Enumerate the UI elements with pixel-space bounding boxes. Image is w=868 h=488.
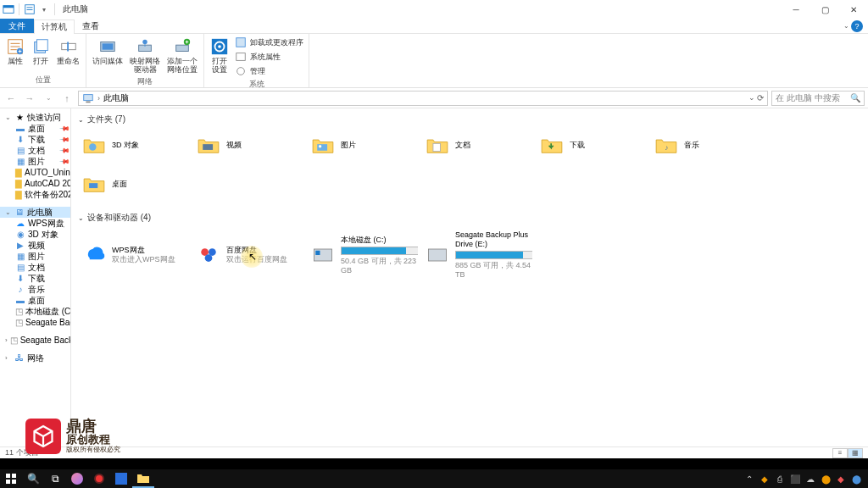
nav-up-icon[interactable]: ↑ <box>59 91 75 106</box>
ribbon-sysprops[interactable]: 系统属性 <box>233 50 305 64</box>
svg-rect-20 <box>236 38 246 47</box>
ribbon-group-location-label: 位置 <box>3 74 82 86</box>
sidebar-pictures[interactable]: ▦图片📌 <box>0 156 70 167</box>
group-folders-header[interactable]: ⌄文件夹 (7) <box>71 112 868 127</box>
folder-pictures[interactable]: 图片 <box>307 130 421 159</box>
taskbar-explorer[interactable] <box>132 469 154 488</box>
svg-rect-38 <box>6 474 10 478</box>
taskbar-taskview-icon[interactable]: ⧉ <box>44 469 66 488</box>
svg-rect-27 <box>317 144 327 151</box>
search-icon: 🔍 <box>850 93 860 103</box>
sidebar-quick-access[interactable]: ⌄★快速访问 <box>0 112 70 123</box>
sidebar-this-pc[interactable]: ⌄🖥此电脑 <box>0 207 70 218</box>
sidebar-downloads[interactable]: ⬇下载📌 <box>0 134 70 145</box>
taskbar-search-icon[interactable]: 🔍 <box>22 469 44 488</box>
taskbar[interactable]: 🔍 ⧉ ⌃ ◆ ⎙ ⬛ ☁ ⬤ ◆ ⬤ <box>0 469 868 488</box>
breadcrumb[interactable]: › 此电脑 ⌄⟳ <box>78 91 768 106</box>
sidebar-desk2[interactable]: ▬桌面 <box>0 295 70 306</box>
close-button[interactable]: ✕ <box>839 0 868 19</box>
qat-properties-icon[interactable] <box>24 3 36 15</box>
ribbon-collapse-icon[interactable]: ⌄ <box>843 22 849 30</box>
group-devices-header[interactable]: ⌄设备和驱动器 (4) <box>71 210 868 225</box>
tray-icon-4[interactable]: ☁ <box>805 474 815 484</box>
sidebar-desktop[interactable]: ▬桌面📌 <box>0 123 70 134</box>
sidebar-dl2[interactable]: ⬇下载 <box>0 273 70 284</box>
folder-videos[interactable]: 视频 <box>192 130 307 159</box>
maximize-button[interactable]: ▢ <box>810 0 839 19</box>
addr-dropdown-icon[interactable]: ⌄ <box>748 93 755 103</box>
sidebar-seagate2[interactable]: ›◳Seagate Backup Pl <box>0 335 70 346</box>
drive-baidu[interactable]: 百度网盘双击运行百度网盘 <box>192 229 307 281</box>
svg-point-14 <box>142 40 147 45</box>
ribbon-add-netloc[interactable]: 添加一个 网络位置 <box>164 36 200 75</box>
tab-view[interactable]: 查看 <box>75 19 107 33</box>
sidebar-music[interactable]: ♪音乐 <box>0 284 70 295</box>
svg-rect-23 <box>84 94 93 100</box>
svg-rect-10 <box>67 42 69 52</box>
ribbon-rename[interactable]: 重命名 <box>54 36 82 74</box>
folder-desktop[interactable]: 桌面 <box>78 169 192 198</box>
file-menu[interactable]: 文件 <box>0 19 34 33</box>
svg-rect-1 <box>3 6 14 8</box>
content-area[interactable]: ⌄文件夹 (7) 3D 对象 视频 图片 文档 下载 ♪音乐 桌面 ⌄设备和驱动… <box>71 108 868 446</box>
qat-dropdown-icon[interactable]: ▾ <box>38 3 50 15</box>
tray-icon-3[interactable]: ⬛ <box>790 474 800 484</box>
sidebar-pics2[interactable]: ▦图片 <box>0 251 70 262</box>
sidebar-network[interactable]: ›🖧网络 <box>0 352 70 363</box>
view-icons-button[interactable]: ▦ <box>848 448 863 458</box>
search-input[interactable]: 在 此电脑 中搜索 🔍 <box>771 91 865 106</box>
start-button[interactable] <box>0 469 22 488</box>
tray-icon-1[interactable]: ◆ <box>760 474 770 484</box>
tab-computer[interactable]: 计算机 <box>34 19 75 34</box>
sidebar-backup[interactable]: ▇软件备份2022.5 <box>0 189 70 200</box>
taskbar-record[interactable] <box>88 469 110 488</box>
view-details-button[interactable]: ≡ <box>832 448 848 458</box>
app-icon <box>3 3 14 15</box>
sidebar-autocad[interactable]: ▇AutoCAD 2022 <box>0 178 70 189</box>
folder-3d-objects[interactable]: 3D 对象 <box>78 130 192 159</box>
ribbon-uninstall[interactable]: 卸载或更改程序 <box>233 36 305 49</box>
sidebar-wps[interactable]: ☁WPS网盘 <box>0 218 70 229</box>
folder-music[interactable]: ♪音乐 <box>650 130 765 159</box>
folder-documents[interactable]: 文档 <box>421 130 536 159</box>
sidebar-videos[interactable]: ▶视频 <box>0 240 70 251</box>
ribbon-manage[interactable]: 管理 <box>233 64 305 78</box>
taskbar-app2[interactable] <box>110 469 132 488</box>
drive-c[interactable]: 本地磁盘 (C:)50.4 GB 可用，共 223 GB <box>307 229 421 281</box>
tray-chevron-icon[interactable]: ⌃ <box>744 474 754 484</box>
ribbon-map-drive[interactable]: 映射网络 驱动器 <box>127 36 163 75</box>
tray-icon-6[interactable]: ◆ <box>836 474 846 484</box>
ribbon-settings[interactable]: 打开 设置 <box>208 36 231 78</box>
svg-rect-24 <box>86 101 90 103</box>
svg-text:♪: ♪ <box>665 143 668 152</box>
tray-icon-5[interactable]: ⬤ <box>821 474 831 484</box>
folder-downloads[interactable]: 下载 <box>536 130 650 159</box>
drive-e[interactable]: Seagate Backup Plus Drive (E:)885 GB 可用，… <box>421 229 536 281</box>
sidebar-cdrive[interactable]: ◳本地磁盘 (C:) <box>0 306 70 317</box>
sidebar-docs2[interactable]: ▤文档 <box>0 262 70 273</box>
tray-icon-7[interactable]: ⬤ <box>851 474 861 484</box>
svg-rect-15 <box>176 45 189 51</box>
ribbon-media[interactable]: 访问媒体 <box>90 36 125 75</box>
nav-back-icon[interactable]: ← <box>3 91 19 106</box>
nav-history-icon[interactable]: ⌄ <box>41 91 56 106</box>
nav-tree[interactable]: ⌄★快速访问 ▬桌面📌 ⬇下载📌 ▤文档📌 ▦图片📌 ▇AUTO_Uninsta… <box>0 108 71 446</box>
taskbar-app1[interactable] <box>66 469 88 488</box>
sidebar-3d[interactable]: ◉3D 对象 <box>0 229 70 240</box>
sidebar-auto-uninstaller[interactable]: ▇AUTO_Uninstaller_ <box>0 167 70 178</box>
svg-rect-40 <box>6 480 10 484</box>
breadcrumb-text: 此电脑 <box>103 92 129 104</box>
sidebar-seagate1[interactable]: ◳Seagate Backup P <box>0 317 70 328</box>
minimize-button[interactable]: ─ <box>782 0 810 19</box>
svg-rect-29 <box>433 143 440 151</box>
nav-forward-icon[interactable]: → <box>22 91 37 106</box>
refresh-icon[interactable]: ⟳ <box>757 93 764 103</box>
tray-icon-2[interactable]: ⎙ <box>775 474 785 484</box>
address-bar: ← → ⌄ ↑ › 此电脑 ⌄⟳ 在 此电脑 中搜索 🔍 <box>0 88 868 108</box>
ribbon-properties[interactable]: 属性 <box>3 36 27 74</box>
ribbon-open[interactable]: 打开 <box>29 36 53 74</box>
sidebar-documents[interactable]: ▤文档📌 <box>0 145 70 156</box>
svg-rect-8 <box>36 40 47 51</box>
help-button[interactable]: ? <box>851 20 863 32</box>
drive-wps[interactable]: WPS网盘双击进入WPS网盘 <box>78 229 192 281</box>
